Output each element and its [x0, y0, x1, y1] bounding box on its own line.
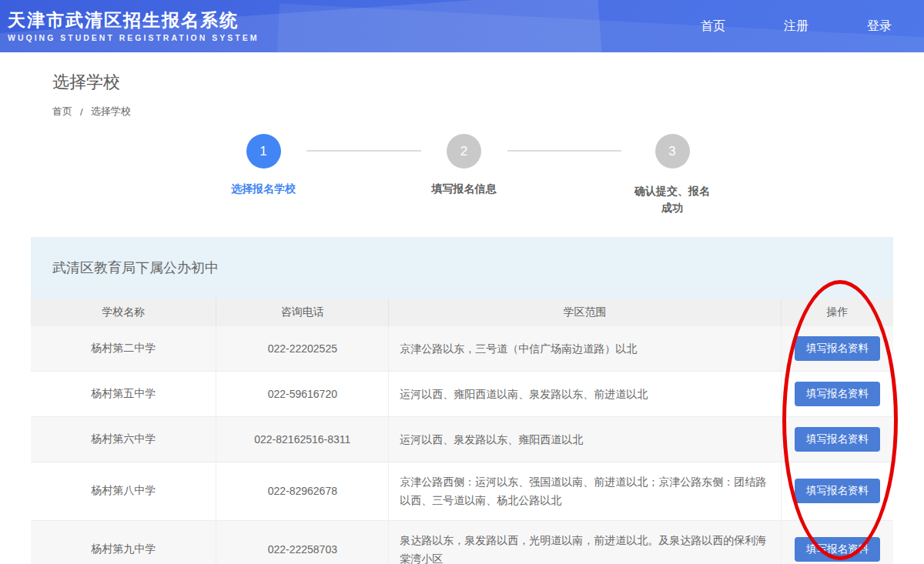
- action-cell: 填写报名资料: [781, 462, 893, 520]
- school-name-cell: 杨村第九中学: [31, 520, 216, 564]
- step-2-fill-info: 2 填写报名信息: [432, 134, 497, 196]
- table-row: 杨村第九中学 022-22258703 泉达路以东，泉发路以西，光明道以南，前进…: [31, 520, 893, 564]
- phone-cell: 022-22202525: [216, 326, 389, 372]
- action-cell: 填写报名资料: [781, 520, 893, 564]
- table-row: 杨村第五中学 022-59616720 运河以西、雍阳西道以南、泉发路以东、前进…: [31, 371, 893, 416]
- district-range-cell: 泉达路以东，泉发路以西，光明道以南，前进道以北。及泉达路以西的保利海棠湾小区: [389, 520, 782, 564]
- step-3-circle: 3: [655, 134, 690, 169]
- step-1-select-school: 1 选择报名学校: [231, 134, 296, 196]
- step-connector-line: [507, 150, 622, 152]
- breadcrumb: 首页 / 选择学校: [52, 105, 924, 118]
- fill-registration-button[interactable]: 填写报名资料: [795, 427, 880, 452]
- school-list-card: 武清区教育局下属公办初中 学校名称 咨询电话 学区范围 操作 杨村第二中学 02…: [31, 237, 893, 564]
- nav-item-login[interactable]: 登录: [867, 18, 892, 35]
- step-1-label: 选择报名学校: [231, 182, 296, 196]
- column-header-district-range: 学区范围: [389, 299, 782, 326]
- fill-registration-button[interactable]: 填写报名资料: [795, 382, 880, 406]
- column-header-phone: 咨询电话: [216, 299, 389, 326]
- step-indicator: 1 选择报名学校 2 填写报名信息 3 确认提交、报名成功: [231, 134, 712, 217]
- breadcrumb-current: 选择学校: [91, 105, 131, 118]
- action-cell: 填写报名资料: [781, 371, 893, 416]
- page-head: 选择学校 首页 / 选择学校: [0, 52, 924, 118]
- step-3-confirm-submit: 3 确认提交、报名成功: [632, 134, 712, 217]
- school-name-cell: 杨村第五中学: [31, 371, 216, 416]
- phone-cell: 022-59616720: [216, 371, 389, 416]
- column-header-school-name: 学校名称: [31, 299, 216, 326]
- section-title: 武清区教育局下属公办初中: [52, 259, 219, 277]
- action-cell: 填写报名资料: [781, 326, 893, 372]
- page-title: 选择学校: [52, 71, 924, 94]
- table-row: 杨村第二中学 022-22202525 京津公路以东，三号道（中信广场南边道路）…: [31, 326, 893, 372]
- app-header: 天津市武清区招生报名系统 WUQING STUDENT REGISTRATION…: [0, 0, 924, 52]
- breadcrumb-separator: /: [80, 106, 83, 118]
- step-connector-line: [306, 150, 421, 152]
- nav-item-home[interactable]: 首页: [701, 18, 725, 35]
- table-row: 杨村第八中学 022-82962678 京津公路西侧：运河以东、强国道以南、前进…: [31, 462, 893, 520]
- step-2-circle: 2: [447, 134, 481, 169]
- district-range-cell: 运河以西、泉发路以东、雍阳西道以北: [389, 416, 782, 462]
- district-range-cell: 运河以西、雍阳西道以南、泉发路以东、前进道以北: [389, 371, 782, 416]
- column-header-action: 操作: [781, 299, 893, 326]
- district-range-cell: 京津公路西侧：运河以东、强国道以南、前进道以北；京津公路东侧：团结路以西、三号道…: [389, 462, 782, 520]
- fill-registration-button[interactable]: 填写报名资料: [795, 537, 880, 562]
- step-2-label: 填写报名信息: [432, 182, 497, 196]
- school-table-body: 杨村第二中学 022-22202525 京津公路以东，三号道（中信广场南边道路）…: [31, 326, 893, 564]
- district-range-cell: 京津公路以东，三号道（中信广场南边道路）以北: [389, 326, 782, 372]
- app-logo-subtitle: WUQING STUDENT REGISTRATION SYSTEM: [8, 33, 259, 42]
- table-header-row: 学校名称 咨询电话 学区范围 操作: [31, 299, 893, 326]
- action-cell: 填写报名资料: [781, 416, 893, 462]
- phone-cell: 022-82962678: [216, 462, 389, 520]
- nav-item-register[interactable]: 注册: [784, 18, 808, 35]
- app-logo-title: 天津市武清区招生报名系统: [8, 10, 259, 30]
- breadcrumb-home[interactable]: 首页: [52, 105, 72, 118]
- school-name-cell: 杨村第六中学: [31, 416, 216, 462]
- step-3-label: 确认提交、报名成功: [632, 182, 712, 217]
- main-nav: 首页 注册 登录: [701, 18, 892, 35]
- table-row: 杨村第六中学 022-82162516-8311 运河以西、泉发路以东、雍阳西道…: [31, 416, 893, 462]
- school-name-cell: 杨村第八中学: [31, 462, 216, 520]
- fill-registration-button[interactable]: 填写报名资料: [795, 336, 880, 361]
- fill-registration-button[interactable]: 填写报名资料: [795, 479, 880, 503]
- school-table: 学校名称 咨询电话 学区范围 操作 杨村第二中学 022-22202525 京津…: [31, 299, 893, 564]
- section-header: 武清区教育局下属公办初中: [31, 237, 893, 299]
- phone-cell: 022-82162516-8311: [216, 416, 389, 462]
- app-logo[interactable]: 天津市武清区招生报名系统 WUQING STUDENT REGISTRATION…: [8, 10, 259, 42]
- phone-cell: 022-22258703: [216, 520, 389, 564]
- step-1-circle: 1: [246, 134, 281, 169]
- school-name-cell: 杨村第二中学: [31, 326, 216, 372]
